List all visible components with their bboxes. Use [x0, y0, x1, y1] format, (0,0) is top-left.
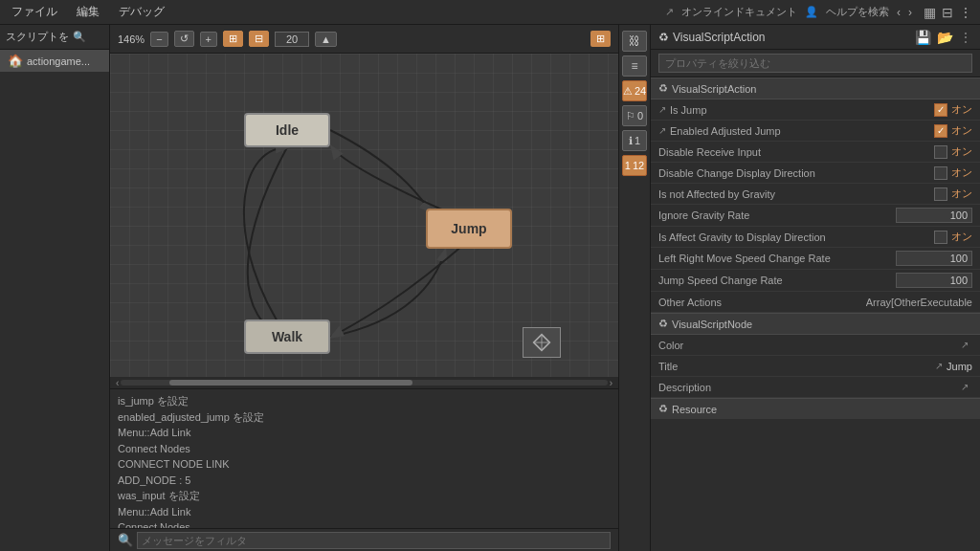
canvas-area[interactable]: Idle Walk Jump [110, 54, 618, 377]
help-link[interactable]: ヘルプを検索 [826, 5, 889, 19]
prop-check-not-gravity[interactable] [934, 187, 947, 201]
main-layout: スクリプトを 🔍 🏠 actiongame... 146% − ↺ + ⊞ ⊟ … [0, 25, 980, 551]
prop-value-title: Jump [947, 361, 972, 372]
info-count: 1 [635, 135, 640, 146]
prop-label-color: Color [658, 340, 961, 351]
scroll-left-arrow[interactable]: ‹ [114, 378, 121, 388]
info-icon: ℹ [629, 135, 633, 147]
menu-edit[interactable]: 編集 [73, 2, 103, 22]
side-warning-badge[interactable]: ⚐ 0 [622, 105, 647, 126]
panel-save-icon[interactable]: 💾 [915, 30, 931, 45]
prop-label-enabled: Enabled Adjusted Jump [670, 125, 934, 137]
visual-script-icon: ♻ [658, 31, 669, 44]
online-doc-icon: ↗ [665, 6, 674, 18]
side-chain-btn[interactable]: ⛓ [622, 31, 647, 52]
prop-row-left-right-move: Left Right Move Speed Change Rate [651, 248, 980, 270]
actiongame-icon: 🏠 [8, 54, 23, 68]
menu-debug[interactable]: デバッグ [115, 2, 168, 22]
node-idle[interactable]: Idle [244, 113, 330, 147]
zoom-input[interactable] [275, 32, 309, 47]
section2-icon: ♻ [658, 318, 668, 330]
prop-check-disable-display[interactable] [934, 166, 947, 180]
zoom-out-btn[interactable]: − [150, 32, 167, 47]
prop-label-disable-input: Disable Receive Input [658, 146, 934, 158]
right-panel-scroll[interactable]: ♻ VisualScriptAction ↗ Is Jump ✓ オン ↗ En… [651, 77, 980, 551]
h-scrollbar[interactable]: ‹ › [110, 377, 618, 388]
right-panel-icons: 💾 📂 ⋮ [915, 30, 972, 45]
prop-value-other-actions: Array[OtherExecutable [866, 297, 972, 308]
panel-more-icon[interactable]: ⋮ [959, 30, 972, 45]
node-walk[interactable]: Walk [244, 320, 330, 354]
prop-input-jump-speed[interactable] [896, 273, 972, 288]
property-filter-input[interactable] [658, 54, 972, 73]
side-list-btn[interactable]: ≡ [622, 55, 647, 77]
h-scroll-track[interactable] [121, 380, 607, 386]
prop-check-affect-gravity[interactable] [934, 231, 947, 244]
side-error-badge[interactable]: ⚠ 24 [622, 80, 647, 101]
nav-back-btn[interactable]: ‹ [897, 6, 901, 19]
left-panel-toolbar: スクリプトを 🔍 [0, 25, 109, 50]
panel-load-icon[interactable]: 📂 [937, 30, 953, 45]
prop-link-icon-title: ↗ [935, 361, 943, 371]
right-panel: ♻ VisualScriptAction 💾 📂 ⋮ ♻ VisualScrip… [650, 25, 980, 551]
prop-label-not-gravity: Is not Affected by Gravity [658, 188, 934, 200]
zoom-reset-btn[interactable]: ↺ [174, 31, 194, 47]
log-line-3: Connect Nodes [118, 441, 611, 457]
menu-icon-1[interactable]: ▦ [924, 5, 936, 20]
center-panel: 146% − ↺ + ⊞ ⊟ ▲ ⊞ [110, 25, 618, 551]
side-extra-badge[interactable]: 1 12 [622, 155, 647, 176]
right-panel-title-text: VisualScriptAction [673, 31, 766, 44]
diamond-icon [532, 333, 551, 352]
menu-bar: ファイル 編集 デバッグ ↗ オンラインドキュメント 👤 ヘルプを検索 ‹ › … [0, 0, 980, 25]
mini-node-icon[interactable] [523, 327, 561, 358]
log-line-8: Connect Nodes [118, 519, 611, 528]
nav-forward-btn[interactable]: › [908, 6, 912, 19]
prop-row-is-jump: ↗ Is Jump ✓ オン [651, 99, 980, 121]
error-icon: ⚠ [623, 85, 633, 98]
prop-link-icon-is-jump: ↗ [658, 104, 666, 115]
bottom-panel: is_jump を設定 enabled_adjusted_jump を設定 Me… [110, 388, 618, 551]
prop-value-affect-gravity: オン [951, 230, 972, 244]
right-filter [651, 50, 980, 77]
grid-btn[interactable]: ⊟ [249, 31, 269, 47]
log-line-1: enabled_adjusted_jump を設定 [118, 409, 611, 426]
scripts-search-icon[interactable]: 🔍 [73, 31, 86, 43]
prop-check-is-jump[interactable]: ✓ [934, 103, 947, 117]
log-line-5: ADD_NODE : 5 [118, 473, 611, 489]
prop-input-ignore-gravity[interactable] [896, 208, 972, 223]
node-jump[interactable]: Jump [426, 209, 512, 249]
prop-row-not-gravity: Is not Affected by Gravity オン [651, 184, 980, 205]
online-doc-link[interactable]: オンラインドキュメント [681, 5, 797, 19]
prop-label-is-jump: Is Jump [670, 104, 934, 116]
node-jump-label: Jump [451, 221, 486, 236]
prop-check-disable-input[interactable] [934, 145, 947, 159]
zoom-label: 146% [118, 33, 145, 45]
error-count: 24 [635, 85, 646, 97]
snap-btn[interactable]: ⊞ [223, 31, 243, 47]
center-toolbar: 146% − ↺ + ⊞ ⊟ ▲ ⊞ [110, 25, 618, 54]
prop-input-left-right-move[interactable] [896, 251, 972, 266]
section3-label: Resource [672, 404, 717, 415]
zoom-step-up[interactable]: ▲ [315, 32, 337, 47]
prop-row-disable-display: Disable Change Display Direction オン [651, 163, 980, 184]
bottom-log: is_jump を設定 enabled_adjusted_jump を設定 Me… [110, 389, 618, 528]
side-info-badge[interactable]: ℹ 1 [622, 130, 647, 151]
prop-row-color: Color ↗ [651, 335, 980, 356]
menu-icon-3[interactable]: ⋮ [959, 5, 972, 20]
left-panel: スクリプトを 🔍 🏠 actiongame... [0, 25, 110, 551]
zoom-in-btn[interactable]: + [200, 32, 217, 47]
log-line-0: is_jump を設定 [118, 393, 611, 409]
prop-value-enabled: オン [951, 123, 972, 138]
menu-icon-2[interactable]: ⊟ [942, 5, 953, 20]
scroll-right-arrow[interactable]: › [608, 378, 614, 388]
prop-row-disable-input: Disable Receive Input オン [651, 142, 980, 163]
warning-count: 0 [637, 110, 643, 121]
menu-file[interactable]: ファイル [8, 2, 61, 22]
left-panel-item-actiongame[interactable]: 🏠 actiongame... [0, 50, 109, 72]
frame-btn[interactable]: ⊞ [590, 31, 611, 47]
message-filter-input[interactable] [137, 532, 611, 549]
prop-check-enabled[interactable]: ✓ [934, 124, 947, 138]
section3-header: ♻ Resource [651, 398, 980, 419]
prop-row-affect-gravity: Is Affect Gravity to Display Direction オ… [651, 227, 980, 248]
prop-row-jump-speed: Jump Speed Change Rate [651, 270, 980, 292]
